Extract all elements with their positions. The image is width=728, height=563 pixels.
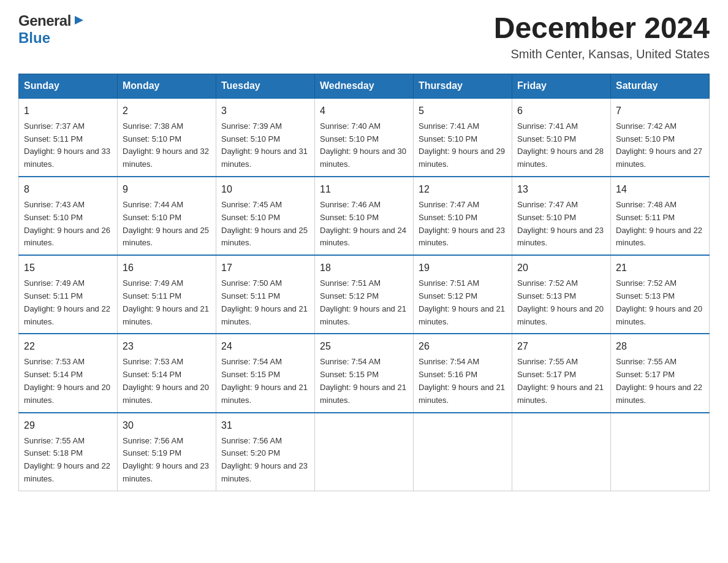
calendar-cell [611,413,710,491]
page-header: General Blue December 2024 Smith Center,… [18,12,710,61]
day-number: 19 [419,261,507,275]
day-number: 30 [123,418,211,433]
day-info: Sunrise: 7:39 AMSunset: 5:10 PMDaylight:… [221,120,309,171]
day-info: Sunrise: 7:53 AMSunset: 5:14 PMDaylight:… [123,356,211,407]
calendar-cell: 17Sunrise: 7:50 AMSunset: 5:11 PMDayligh… [216,255,315,334]
calendar-cell: 10Sunrise: 7:45 AMSunset: 5:10 PMDayligh… [216,177,315,255]
day-number: 27 [517,339,605,354]
calendar-week-row: 1Sunrise: 7:37 AMSunset: 5:11 PMDaylight… [19,98,710,177]
day-info: Sunrise: 7:54 AMSunset: 5:15 PMDaylight:… [221,356,309,407]
logo-blue-text: Blue [18,29,50,46]
day-info: Sunrise: 7:55 AMSunset: 5:17 PMDaylight:… [616,356,704,407]
day-number: 9 [123,182,211,197]
day-number: 11 [320,182,408,197]
day-number: 12 [419,182,507,197]
calendar-cell: 11Sunrise: 7:46 AMSunset: 5:10 PMDayligh… [315,177,414,255]
calendar-cell: 31Sunrise: 7:56 AMSunset: 5:20 PMDayligh… [216,413,315,491]
calendar-cell: 30Sunrise: 7:56 AMSunset: 5:19 PMDayligh… [118,413,216,491]
calendar-header-friday: Friday [512,74,611,98]
calendar-table: SundayMondayTuesdayWednesdayThursdayFrid… [18,74,710,491]
calendar-cell: 1Sunrise: 7:37 AMSunset: 5:11 PMDaylight… [19,98,118,177]
calendar-header-sunday: Sunday [19,74,118,98]
logo-general-text: General [18,12,71,29]
day-info: Sunrise: 7:56 AMSunset: 5:20 PMDaylight:… [221,435,309,486]
day-number: 10 [221,182,309,197]
day-number: 1 [24,104,112,118]
calendar-week-row: 15Sunrise: 7:49 AMSunset: 5:11 PMDayligh… [19,255,710,334]
day-info: Sunrise: 7:52 AMSunset: 5:13 PMDaylight:… [517,277,605,328]
day-number: 8 [24,182,112,197]
calendar-week-row: 29Sunrise: 7:55 AMSunset: 5:18 PMDayligh… [19,413,710,491]
calendar-header-tuesday: Tuesday [216,74,315,98]
day-info: Sunrise: 7:53 AMSunset: 5:14 PMDaylight:… [24,356,112,407]
day-info: Sunrise: 7:56 AMSunset: 5:19 PMDaylight:… [123,435,211,486]
day-number: 14 [616,182,704,197]
day-number: 26 [419,339,507,354]
day-info: Sunrise: 7:47 AMSunset: 5:10 PMDaylight:… [419,199,507,250]
day-number: 25 [320,339,408,354]
calendar-cell: 13Sunrise: 7:47 AMSunset: 5:10 PMDayligh… [512,177,611,255]
day-number: 21 [616,261,704,275]
calendar-header-wednesday: Wednesday [315,74,414,98]
month-title: December 2024 [494,12,710,45]
calendar-cell [414,413,512,491]
day-number: 17 [221,261,309,275]
title-area: December 2024 Smith Center, Kansas, Unit… [494,12,710,61]
day-info: Sunrise: 7:41 AMSunset: 5:10 PMDaylight:… [517,120,605,171]
calendar-cell: 5Sunrise: 7:41 AMSunset: 5:10 PMDaylight… [414,98,512,177]
svg-marker-0 [75,16,83,25]
day-number: 31 [221,418,309,433]
day-number: 13 [517,182,605,197]
calendar-body: 1Sunrise: 7:37 AMSunset: 5:11 PMDaylight… [19,98,710,491]
day-info: Sunrise: 7:52 AMSunset: 5:13 PMDaylight:… [616,277,704,328]
day-info: Sunrise: 7:51 AMSunset: 5:12 PMDaylight:… [419,277,507,328]
day-number: 20 [517,261,605,275]
calendar-cell: 24Sunrise: 7:54 AMSunset: 5:15 PMDayligh… [216,334,315,412]
calendar-cell: 27Sunrise: 7:55 AMSunset: 5:17 PMDayligh… [512,334,611,412]
calendar-cell: 3Sunrise: 7:39 AMSunset: 5:10 PMDaylight… [216,98,315,177]
calendar-week-row: 8Sunrise: 7:43 AMSunset: 5:10 PMDaylight… [19,177,710,255]
day-number: 2 [123,104,211,118]
calendar-cell: 16Sunrise: 7:49 AMSunset: 5:11 PMDayligh… [118,255,216,334]
day-info: Sunrise: 7:55 AMSunset: 5:18 PMDaylight:… [24,435,112,486]
calendar-cell: 29Sunrise: 7:55 AMSunset: 5:18 PMDayligh… [19,413,118,491]
day-number: 4 [320,104,408,118]
calendar-cell [512,413,611,491]
day-info: Sunrise: 7:55 AMSunset: 5:17 PMDaylight:… [517,356,605,407]
calendar-cell: 7Sunrise: 7:42 AMSunset: 5:10 PMDaylight… [611,98,710,177]
logo[interactable]: General Blue [18,12,86,47]
day-info: Sunrise: 7:51 AMSunset: 5:12 PMDaylight:… [320,277,408,328]
day-info: Sunrise: 7:42 AMSunset: 5:10 PMDaylight:… [616,120,704,171]
day-info: Sunrise: 7:49 AMSunset: 5:11 PMDaylight:… [24,277,112,328]
day-number: 3 [221,104,309,118]
day-info: Sunrise: 7:54 AMSunset: 5:16 PMDaylight:… [419,356,507,407]
day-info: Sunrise: 7:37 AMSunset: 5:11 PMDaylight:… [24,120,112,171]
day-info: Sunrise: 7:54 AMSunset: 5:15 PMDaylight:… [320,356,408,407]
day-number: 28 [616,339,704,354]
calendar-cell: 15Sunrise: 7:49 AMSunset: 5:11 PMDayligh… [19,255,118,334]
calendar-cell: 12Sunrise: 7:47 AMSunset: 5:10 PMDayligh… [414,177,512,255]
day-number: 18 [320,261,408,275]
calendar-header-monday: Monday [118,74,216,98]
day-info: Sunrise: 7:44 AMSunset: 5:10 PMDaylight:… [123,199,211,250]
calendar-cell: 14Sunrise: 7:48 AMSunset: 5:11 PMDayligh… [611,177,710,255]
calendar-cell: 18Sunrise: 7:51 AMSunset: 5:12 PMDayligh… [315,255,414,334]
calendar-cell: 23Sunrise: 7:53 AMSunset: 5:14 PMDayligh… [118,334,216,412]
calendar-cell: 6Sunrise: 7:41 AMSunset: 5:10 PMDaylight… [512,98,611,177]
calendar-cell: 4Sunrise: 7:40 AMSunset: 5:10 PMDaylight… [315,98,414,177]
calendar-cell: 2Sunrise: 7:38 AMSunset: 5:10 PMDaylight… [118,98,216,177]
calendar-cell: 19Sunrise: 7:51 AMSunset: 5:12 PMDayligh… [414,255,512,334]
calendar-header-row: SundayMondayTuesdayWednesdayThursdayFrid… [19,74,710,98]
calendar-cell [315,413,414,491]
calendar-cell: 20Sunrise: 7:52 AMSunset: 5:13 PMDayligh… [512,255,611,334]
day-info: Sunrise: 7:50 AMSunset: 5:11 PMDaylight:… [221,277,309,328]
calendar-cell: 26Sunrise: 7:54 AMSunset: 5:16 PMDayligh… [414,334,512,412]
calendar-header-saturday: Saturday [611,74,710,98]
day-number: 23 [123,339,211,354]
day-info: Sunrise: 7:38 AMSunset: 5:10 PMDaylight:… [123,120,211,171]
day-number: 6 [517,104,605,118]
day-info: Sunrise: 7:43 AMSunset: 5:10 PMDaylight:… [24,199,112,250]
day-number: 29 [24,418,112,433]
day-number: 5 [419,104,507,118]
day-info: Sunrise: 7:40 AMSunset: 5:10 PMDaylight:… [320,120,408,171]
